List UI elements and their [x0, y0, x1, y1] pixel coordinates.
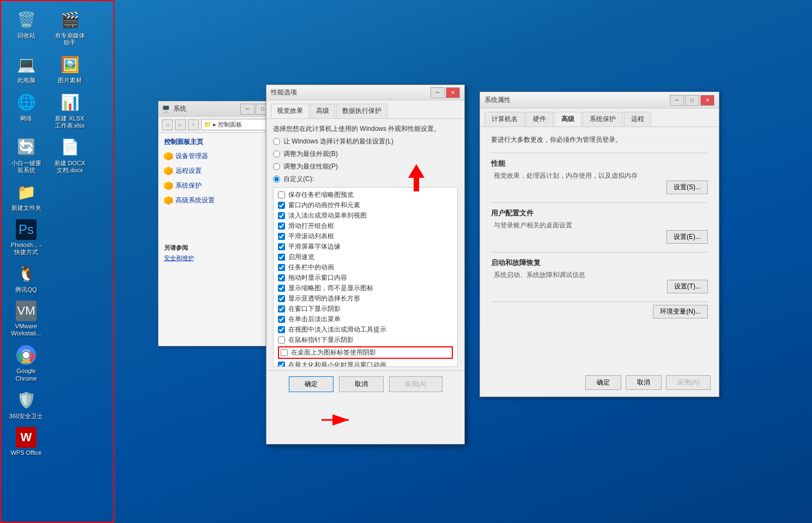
desktop-icon-reset[interactable]: 🔄 小白一键重装系统: [7, 134, 46, 176]
cb-animate-controls[interactable]: 窗口内的动画控件和元素: [278, 201, 453, 209]
perf-close-button[interactable]: ✕: [446, 87, 460, 98]
this-pc-label: 此电脑: [17, 77, 35, 84]
desktop-icon-new-folder[interactable]: 📁 新建文件夹: [7, 179, 46, 214]
media-helper-label: 有专扇媒体助手: [52, 32, 87, 46]
desktop-icon-network[interactable]: 🌐 网络: [7, 89, 46, 131]
reset-icon: 🔄: [15, 136, 37, 158]
tab-remote[interactable]: 远程: [624, 112, 651, 127]
chrome-icon: [15, 344, 37, 366]
checkbox-section: 保存任务栏缩略图预览 窗口内的动画控件和元素 淡入淡出或滑动菜单到视图 滑动打开…: [273, 187, 458, 367]
desktop-icon-docx[interactable]: 📄 新建 DOCX 文档.docx: [50, 134, 89, 176]
tab-computer-name[interactable]: 计算机名: [484, 112, 525, 127]
env-variables-button[interactable]: 环境变量(N)...: [653, 305, 708, 318]
radio-best-performance[interactable]: 调整为最佳性能(P): [273, 162, 458, 171]
system-protection-icon: [164, 182, 173, 190]
desktop-icon-photoshop[interactable]: Ps Photosh... - 快捷方式: [7, 217, 46, 258]
perf-tab-advanced[interactable]: 高级: [310, 104, 335, 118]
user-profiles-section: 用户配置文件 与登录账户相关的桌面设置 设置(E)...: [491, 208, 708, 244]
qq-icon: 🐧: [15, 263, 37, 285]
cb-peek[interactable]: 启用速览: [278, 253, 453, 261]
svg-marker-4: [408, 164, 425, 191]
cb-smooth-fonts[interactable]: 平滑屏幕字体边缘: [278, 243, 453, 251]
docx-label: 新建 DOCX 文档.docx: [52, 160, 87, 174]
perf-section: 性能 视觉效果，处理器计划，内存使用，以及虚拟内存 设置(S)...: [491, 159, 708, 194]
cb-smooth-list[interactable]: 平滑滚动列表框: [278, 232, 453, 241]
cb-window-animate[interactable]: 在最大化和最小化时显示窗口动画: [278, 361, 453, 367]
startup-settings-button[interactable]: 设置(T)...: [667, 280, 708, 293]
perf-cancel-button[interactable]: 取消: [339, 376, 384, 392]
remote-icon: [164, 167, 173, 176]
cp-minimize-button[interactable]: ─: [240, 104, 254, 115]
desktop-icon-chrome[interactable]: Google Chrome: [7, 342, 46, 384]
new-folder-icon: 📁: [15, 181, 37, 203]
desktop-icon-media-helper[interactable]: 🎬 有专扇媒体助手: [50, 7, 89, 49]
minimize-button[interactable]: ─: [670, 95, 684, 106]
sys-props-ok-button[interactable]: 确定: [585, 375, 621, 390]
desktop-icon-wps[interactable]: W WPS Office: [7, 425, 46, 459]
cb-fade-menu-after-click[interactable]: 在单击后淡出菜单: [278, 315, 453, 323]
perf-apply-button[interactable]: 应用(A): [389, 376, 443, 392]
cb-window-shadow[interactable]: 在窗口下显示阴影: [278, 305, 453, 313]
advanced-system-icon: [164, 196, 173, 205]
sys-props-apply-button[interactable]: 应用(A): [666, 375, 711, 390]
reset-label: 小白一键重装系统: [9, 160, 44, 174]
startup-title: 启动和故障恢复: [491, 258, 708, 268]
desktop-icons-panel: 🗑️ 回收站 🎬 有专扇媒体助手 💻 此电脑 🖼️ 图片素材 🌐 网络 📊 新建…: [0, 0, 114, 523]
perf-tab-dep[interactable]: 数据执行保护: [336, 104, 387, 118]
tab-advanced[interactable]: 高级: [554, 112, 581, 127]
system-props-notice: 要进行大多数更改，你必须作为管理员登录。: [491, 135, 708, 145]
desktop-icon-image-material[interactable]: 🖼️ 图片素材: [50, 51, 89, 86]
cb-fade-menus[interactable]: 淡入淡出或滑动菜单到视图: [278, 212, 453, 220]
cp-back-button[interactable]: ◀: [162, 119, 173, 130]
perf-titlebar: 性能选项 ─ ✕: [266, 85, 464, 100]
cb-cursor-shadow[interactable]: 在鼠标指针下显示阴影: [278, 336, 453, 344]
sys-props-cancel-button[interactable]: 取消: [626, 375, 662, 390]
tab-system-protection[interactable]: 系统保护: [583, 112, 623, 127]
new-folder-label: 新建文件夹: [11, 205, 41, 212]
this-pc-icon: 💻: [15, 53, 37, 75]
cb-slide-combo[interactable]: 滑动打开组合框: [278, 222, 453, 230]
perf-settings-button[interactable]: 设置(S)...: [666, 181, 708, 194]
cb-show-contents[interactable]: 拖动时显示窗口内容: [278, 274, 453, 282]
image-material-icon: 🖼️: [59, 53, 81, 75]
perf-dialog-footer: 确定 取消 应用(A): [266, 370, 464, 398]
360-icon: 🛡️: [15, 389, 37, 411]
desktop-icon-qq[interactable]: 🐧 腾讯QQ: [7, 261, 46, 296]
cb-icon-label-shadow[interactable]: 在桌面上为图标标签使用阴影: [278, 346, 453, 359]
radio-custom[interactable]: 自定义(C):: [273, 175, 458, 184]
desktop-icon-this-pc[interactable]: 💻 此电脑: [7, 51, 46, 86]
cp-up-button[interactable]: ↑: [188, 119, 199, 130]
image-material-label: 图片素材: [58, 77, 82, 84]
user-profiles-settings-button[interactable]: 设置(E)...: [666, 230, 708, 244]
photoshop-icon: Ps: [16, 219, 37, 240]
cb-thumbnail-preview[interactable]: 保存任务栏缩略图预览: [278, 191, 453, 199]
system-props-title: 系统属性: [484, 95, 670, 105]
perf-tab-visual[interactable]: 视觉效果: [271, 104, 309, 118]
photoshop-label: Photosh... - 快捷方式: [9, 242, 44, 256]
desktop-icon-vmware[interactable]: VM VMware Workstati...: [7, 298, 46, 339]
close-button[interactable]: ✕: [700, 95, 714, 106]
radio-windows-best[interactable]: 让 Windows 选择计算机的最佳设置(L): [273, 137, 458, 146]
startup-section: 启动和故障恢复 系统启动、系统故障和调试信息 设置(T)...: [491, 258, 708, 293]
perf-minimize-button[interactable]: ─: [431, 87, 445, 98]
cp-forward-button[interactable]: ▶: [175, 119, 186, 130]
system-props-footer: 确定 取消 应用(A): [585, 375, 711, 390]
desktop-icon-360[interactable]: 🛡️ 360安全卫士: [7, 387, 46, 422]
desktop-icon-xlsx[interactable]: 📊 新建 XLSX 工作表.xlsx: [50, 89, 89, 131]
cb-translucent-selection[interactable]: 显示亚透明的选择长方形: [278, 294, 453, 303]
tab-hardware[interactable]: 硬件: [526, 112, 553, 127]
network-icon: 🌐: [15, 92, 37, 113]
perf-description: 选择您想在此计算机上使用的 Windows 外观和性能设置。: [266, 119, 464, 137]
radio-best-appearance[interactable]: 调整为最佳外观(B): [273, 149, 458, 159]
xlsx-icon: 📊: [59, 92, 81, 113]
desktop-icon-recycle-bin[interactable]: 🗑️ 回收站: [7, 7, 46, 49]
360-label: 360安全卫士: [9, 413, 43, 420]
cursor-arrow-indicator: [408, 164, 425, 194]
cb-taskbar-animate[interactable]: 任务栏中的动画: [278, 263, 453, 272]
cb-show-thumbnails[interactable]: 显示缩略图，而不是显示图标: [278, 284, 453, 292]
wps-icon: W: [16, 427, 37, 448]
perf-ok-button[interactable]: 确定: [289, 376, 334, 392]
cb-fade-tooltips[interactable]: 在视图中淡入淡出或滑动工具提示: [278, 326, 453, 334]
maximize-button[interactable]: □: [685, 95, 699, 106]
perf-options-dialog: 性能选项 ─ ✕ 视觉效果 高级 数据执行保护 选择您想在此计算机上使用的 Wi…: [266, 85, 465, 444]
